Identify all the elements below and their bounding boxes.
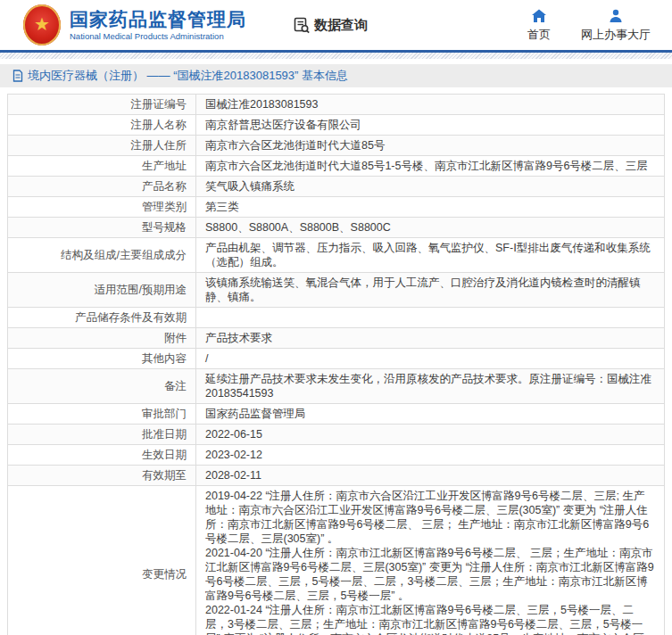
row-value: 南京舒普思达医疗设备有限公司 — [196, 115, 665, 136]
row-value: 产品技术要求 — [196, 328, 665, 349]
row-value: 2019-04-22 “注册人住所：南京市六合区沿江工业开发区博富路9号6号楼二… — [196, 486, 665, 635]
table-row: 注册证编号国械注准20183081593 — [8, 95, 665, 115]
page: { "header": { "brand": { "title": "国家药品监… — [0, 0, 672, 635]
nav-item-service-hall[interactable]: 网上办事大厅 — [581, 9, 651, 43]
nav-item-home[interactable]: 首页 — [527, 9, 551, 43]
row-label: 注册证编号 — [8, 95, 196, 115]
row-label: 产品名称 — [8, 177, 196, 197]
info-table-body: 注册证编号国械注准20183081593注册人名称南京舒普思达医疗设备有限公司注… — [8, 95, 665, 635]
table-row: 生效日期2023-02-12 — [8, 445, 665, 466]
row-label: 审批部门 — [8, 404, 196, 425]
row-label: 其他内容 — [8, 349, 196, 369]
table-row: 注册人住所南京市六合区龙池街道时代大道85号 — [8, 136, 665, 156]
row-value: 第三类 — [196, 197, 665, 218]
header: ★ 国家药品监督管理局 National Medical Products Ad… — [0, 0, 672, 50]
site-title: 国家药品监督管理局 — [70, 9, 246, 29]
breadcrumb-text: 境内医疗器械（注册） —— “国械注准20183081593” 基本信息 — [28, 68, 348, 84]
row-value: 笑气吸入镇痛系统 — [196, 177, 665, 197]
data-query-icon — [293, 16, 311, 34]
row-value: 延续注册产品技术要求未发生变化，沿用原核发的产品技术要求。原注册证编号：国械注准… — [196, 369, 665, 404]
table-row: 变更情况2019-04-22 “注册人住所：南京市六合区沿江工业开发区博富路9号… — [8, 486, 665, 635]
row-label: 结构及组成/主要组成成分 — [8, 238, 196, 273]
table-row: 型号规格S8800、S8800A、S8800B、S8800C — [8, 218, 665, 238]
site-subtitle: National Medical Products Administration — [70, 31, 246, 41]
row-value: 国械注准20183081593 — [196, 95, 665, 115]
row-label: 型号规格 — [8, 218, 196, 238]
row-value: 南京市六合区龙池街道时代大道85号1-5号楼、南京市江北新区博富路9号6号楼二层… — [196, 156, 665, 177]
row-value: / — [196, 349, 665, 369]
national-emblem-logo: ★ — [23, 4, 61, 45]
table-row: 批准日期2022-06-15 — [8, 425, 665, 445]
table-row: 生产地址南京市六合区龙池街道时代大道85号1-5号楼、南京市江北新区博富路9号6… — [8, 156, 665, 177]
top-nav: 首页 网上办事大厅 — [527, 9, 663, 43]
row-value: 2023-02-12 — [196, 445, 665, 466]
row-value: 产品由机架、调节器、压力指示、吸入回路、氧气监护仪、SF-Ⅰ型排出废气传递和收集… — [196, 238, 665, 273]
row-label: 生效日期 — [8, 445, 196, 466]
star-icon: ★ — [34, 15, 50, 33]
row-value: 国家药品监督管理局 — [196, 404, 665, 425]
row-label: 注册人住所 — [8, 136, 196, 156]
breadcrumb: 境内医疗器械（注册） —— “国械注准20183081593” 基本信息 — [0, 64, 672, 87]
table-row: 其他内容/ — [8, 349, 665, 369]
row-value: 南京市六合区龙池街道时代大道85号 — [196, 136, 665, 156]
table-row: 有效期至2028-02-11 — [8, 466, 665, 486]
info-table-wrap: 注册证编号国械注准20183081593注册人名称南京舒普思达医疗设备有限公司注… — [7, 94, 665, 635]
document-icon — [12, 70, 23, 82]
data-query-label: 数据查询 — [314, 17, 368, 34]
row-label: 附件 — [8, 328, 196, 349]
table-row: 附件产品技术要求 — [8, 328, 665, 349]
table-row: 管理类别第三类 — [8, 197, 665, 218]
row-label: 管理类别 — [8, 197, 196, 218]
row-value — [196, 308, 665, 328]
info-table: 注册证编号国械注准20183081593注册人名称南京舒普思达医疗设备有限公司注… — [7, 94, 665, 635]
row-value: 2022-06-15 — [196, 425, 665, 445]
nav-service-hall-label: 网上办事大厅 — [581, 27, 651, 43]
table-row: 注册人名称南京舒普思达医疗设备有限公司 — [8, 115, 665, 136]
nav-home-label: 首页 — [527, 27, 551, 43]
table-row: 结构及组成/主要组成成分产品由机架、调节器、压力指示、吸入回路、氧气监护仪、SF… — [8, 238, 665, 273]
hatch-band — [0, 53, 672, 59]
row-label: 适用范围/预期用途 — [8, 273, 196, 308]
row-value: S8800、S8800A、S8800B、S8800C — [196, 218, 665, 238]
row-label: 有效期至 — [8, 466, 196, 486]
row-value: 2028-02-11 — [196, 466, 665, 486]
home-icon — [531, 9, 547, 23]
row-label: 产品储存条件及有效期 — [8, 308, 196, 328]
row-label: 批准日期 — [8, 425, 196, 445]
table-row: 适用范围/预期用途该镇痛系统输送笑、氧混合气体，用于人工流产、口腔治疗及消化道内… — [8, 273, 665, 308]
row-value: 该镇痛系统输送笑、氧混合气体，用于人工流产、口腔治疗及消化道内镜检查时的清醒镇静… — [196, 273, 665, 308]
table-row: 产品储存条件及有效期 — [8, 308, 665, 328]
table-row: 备注延续注册产品技术要求未发生变化，沿用原核发的产品技术要求。原注册证编号：国械… — [8, 369, 665, 404]
row-label: 变更情况 — [8, 486, 196, 635]
user-icon — [609, 9, 623, 23]
row-label: 注册人名称 — [8, 115, 196, 136]
table-row: 审批部门国家药品监督管理局 — [8, 404, 665, 425]
brand: 国家药品监督管理局 National Medical Products Admi… — [70, 9, 246, 41]
table-row: 产品名称笑气吸入镇痛系统 — [8, 177, 665, 197]
row-label: 备注 — [8, 369, 196, 404]
row-label: 生产地址 — [8, 156, 196, 177]
menu-item-data-query[interactable]: 数据查询 — [293, 16, 368, 34]
